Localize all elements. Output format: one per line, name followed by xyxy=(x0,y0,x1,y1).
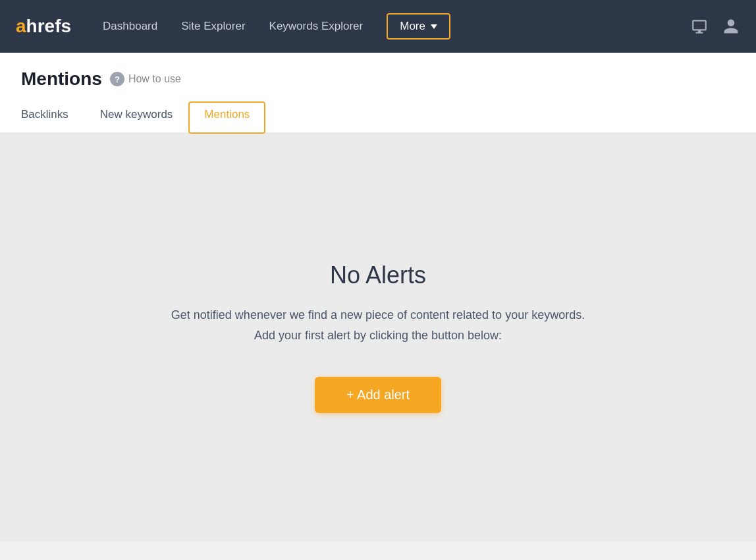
logo-text: ahrefs xyxy=(16,16,71,37)
no-alerts-title: No Alerts xyxy=(330,262,426,289)
page-title: Mentions xyxy=(21,69,102,90)
tabs-row: Backlinks New keywords Mentions xyxy=(21,101,735,132)
how-to-use-label: How to use xyxy=(128,73,181,85)
no-alerts-line2: Add your first alert by clicking the but… xyxy=(254,329,502,342)
monitor-icon[interactable] xyxy=(690,17,709,36)
logo-a-letter: a xyxy=(16,16,26,36)
add-alert-button[interactable]: + Add alert xyxy=(315,377,441,413)
chevron-down-icon xyxy=(431,24,437,29)
no-alerts-description: Get notified whenever we find a new piec… xyxy=(171,305,585,345)
nav-right-icons xyxy=(690,17,740,36)
logo: ahrefs xyxy=(16,16,71,37)
nav-keywords-explorer[interactable]: Keywords Explorer xyxy=(269,20,364,33)
more-button[interactable]: More xyxy=(387,13,450,40)
nav-site-explorer[interactable]: Site Explorer xyxy=(181,20,245,33)
user-icon[interactable] xyxy=(722,17,740,36)
navbar: ahrefs Dashboard Site Explorer Keywords … xyxy=(0,0,756,53)
nav-links: Dashboard Site Explorer Keywords Explore… xyxy=(103,13,669,40)
main-content: No Alerts Get notified whenever we find … xyxy=(0,133,756,542)
logo-rest: hrefs xyxy=(26,16,71,36)
how-to-use-link[interactable]: ? How to use xyxy=(110,72,181,86)
more-label: More xyxy=(400,20,425,33)
tab-new-keywords[interactable]: New keywords xyxy=(84,101,189,132)
tab-backlinks[interactable]: Backlinks xyxy=(21,101,84,132)
header-section: Mentions ? How to use Backlinks New keyw… xyxy=(0,53,756,133)
page-title-row: Mentions ? How to use xyxy=(21,69,735,90)
tab-mentions[interactable]: Mentions xyxy=(188,101,265,134)
nav-dashboard[interactable]: Dashboard xyxy=(103,20,157,33)
question-icon: ? xyxy=(110,72,124,86)
no-alerts-line1: Get notified whenever we find a new piec… xyxy=(171,308,585,322)
